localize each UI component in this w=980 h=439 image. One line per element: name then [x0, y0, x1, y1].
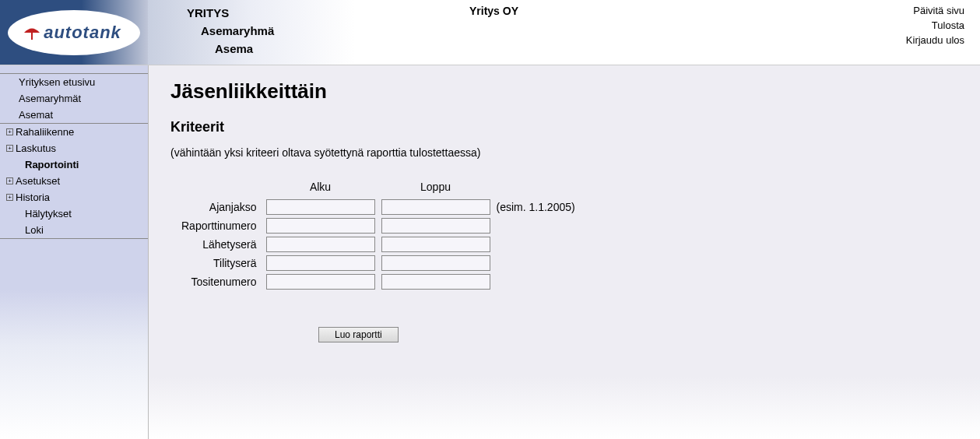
- expand-icon[interactable]: +: [6, 177, 13, 184]
- lahetysera-end-input[interactable]: [381, 237, 490, 252]
- row-label-tositenumero: Tositenumero: [178, 272, 263, 291]
- row-label-ajanjakso: Ajanjakso: [178, 198, 263, 216]
- section-title: Kriteerit: [170, 119, 980, 135]
- col-header-start: Alku: [263, 181, 378, 198]
- sidebar-item-asetukset[interactable]: +Asetukset: [0, 173, 148, 189]
- sidebar-item-historia[interactable]: +Historia: [0, 189, 148, 205]
- refresh-link[interactable]: Päivitä sivu: [840, 5, 964, 16]
- create-report-button[interactable]: Luo raportti: [318, 327, 399, 342]
- tilitysera-end-input[interactable]: [381, 255, 490, 271]
- submit-row: Luo raportti: [318, 327, 980, 342]
- logo-text: autotank: [44, 23, 121, 43]
- raporttinumero-start-input[interactable]: [266, 218, 375, 234]
- breadcrumb-level3[interactable]: Asema: [187, 42, 840, 55]
- tositenumero-start-input[interactable]: [266, 274, 375, 290]
- tositenumero-end-input[interactable]: [381, 274, 490, 290]
- logo: autotank: [8, 10, 140, 55]
- header: autotank YRITYS Asemaryhmä Asema Yritys …: [0, 0, 980, 65]
- tilitysera-start-input[interactable]: [266, 255, 375, 271]
- logo-area: autotank: [0, 0, 148, 65]
- row-label-lahetysera: Lähetyserä: [178, 235, 263, 254]
- nav-group-2: +Rahaliikenne +Laskutus Raportointi +Ase…: [0, 124, 148, 239]
- sidebar-item-home[interactable]: Yrityksen etusivu: [0, 74, 148, 90]
- gradient-decoration: [149, 377, 980, 439]
- logout-link[interactable]: Kirjaudu ulos: [840, 34, 964, 46]
- criteria-table: Alku Loppu Ajanjakso (esim. 1.1.2005) Ra…: [178, 181, 578, 291]
- main-content: Jäsenliikkeittäin Kriteerit (vähintään y…: [148, 65, 980, 439]
- sidebar: Yrityksen etusivu Asemaryhmät Asemat +Ra…: [0, 65, 148, 439]
- expand-icon[interactable]: +: [6, 194, 13, 201]
- sidebar-item-loki[interactable]: Loki: [0, 222, 148, 238]
- raporttinumero-end-input[interactable]: [381, 218, 490, 234]
- ajanjakso-hint: (esim. 1.1.2005): [494, 198, 578, 216]
- expand-icon[interactable]: +: [6, 145, 13, 152]
- sidebar-item-raportointi[interactable]: Raportointi: [0, 156, 148, 173]
- breadcrumb-level2[interactable]: Asemaryhmä: [187, 24, 840, 37]
- sidebar-item-asemat[interactable]: Asemat: [0, 107, 148, 123]
- svg-rect-0: [31, 32, 33, 40]
- sidebar-item-rahaliikenne[interactable]: +Rahaliikenne: [0, 124, 148, 140]
- sidebar-item-halytykset[interactable]: Hälytykset: [0, 205, 148, 222]
- sidebar-item-laskutus[interactable]: +Laskutus: [0, 140, 148, 156]
- expand-icon[interactable]: +: [6, 128, 13, 135]
- nav-group-1: Yrityksen etusivu Asemaryhmät Asemat: [0, 73, 148, 124]
- criteria-hint: (vähintään yksi kriteeri oltava syötetty…: [170, 146, 980, 159]
- company-name: Yritys OY: [469, 5, 518, 17]
- header-center: YRITYS Asemaryhmä Asema Yritys OY: [148, 0, 840, 65]
- umbrella-icon: [22, 23, 42, 43]
- header-actions: Päivitä sivu Tulosta Kirjaudu ulos: [840, 0, 980, 65]
- body: Yrityksen etusivu Asemaryhmät Asemat +Ra…: [0, 65, 980, 439]
- page-title: Jäsenliikkeittäin: [170, 79, 980, 104]
- col-header-end: Loppu: [378, 181, 494, 198]
- ajanjakso-end-input[interactable]: [381, 199, 490, 215]
- row-label-tilitysera: Tilityserä: [178, 254, 263, 272]
- row-label-raporttinumero: Raporttinumero: [178, 216, 263, 235]
- sidebar-item-asemaryhmat[interactable]: Asemaryhmät: [0, 90, 148, 107]
- print-link[interactable]: Tulosta: [840, 19, 964, 31]
- lahetysera-start-input[interactable]: [266, 237, 375, 252]
- ajanjakso-start-input[interactable]: [266, 199, 375, 215]
